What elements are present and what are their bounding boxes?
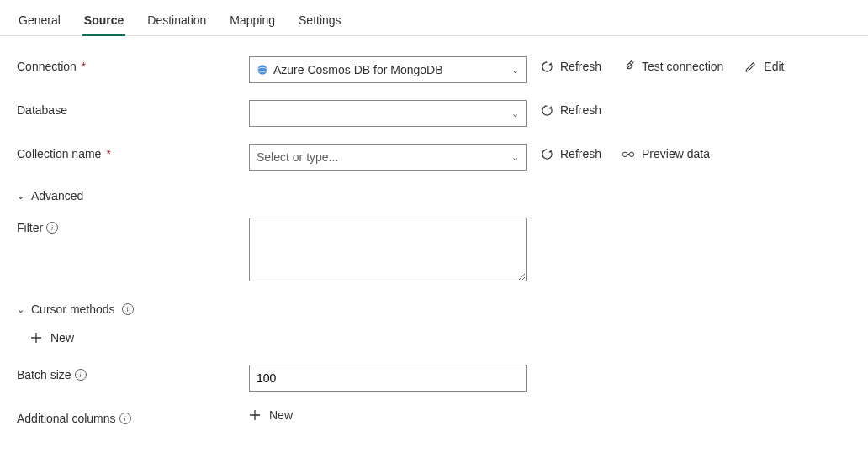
chevron-down-icon: ⌄ [511, 152, 519, 163]
collection-refresh-button[interactable]: Refresh [540, 147, 601, 160]
tab-general[interactable]: General [17, 10, 62, 35]
additional-columns-new-button[interactable]: New [249, 408, 527, 422]
plus-icon [249, 409, 261, 421]
refresh-label: Refresh [560, 103, 601, 117]
refresh-icon [540, 147, 553, 160]
info-icon[interactable]: i [119, 413, 131, 424]
database-select[interactable]: ⌄ [249, 100, 527, 127]
batch-size-label: Batch size [17, 368, 71, 381]
cosmosdb-icon [257, 64, 268, 76]
refresh-icon [540, 60, 553, 73]
chevron-down-icon: ⌄ [17, 191, 24, 202]
collection-name-select[interactable]: Select or type... ⌄ [249, 144, 527, 171]
tab-source[interactable]: Source [82, 10, 125, 35]
cursor-methods-label: Cursor methods [31, 302, 115, 316]
connection-select[interactable]: Azure Cosmos DB for MongoDB ⌄ [249, 56, 527, 83]
plus-icon [30, 332, 42, 344]
additional-columns-label: Additional columns [17, 412, 116, 425]
refresh-label: Refresh [560, 147, 601, 160]
filter-textarea[interactable] [249, 218, 527, 281]
cursor-methods-new-button[interactable]: New [30, 331, 851, 344]
filter-label: Filter [17, 221, 43, 234]
required-asterisk: * [82, 60, 86, 73]
plug-icon [622, 60, 635, 73]
new-label: New [50, 331, 74, 344]
pencil-icon [744, 60, 757, 73]
connection-value: Azure Cosmos DB for MongoDB [273, 63, 511, 76]
required-asterisk: * [106, 147, 110, 160]
advanced-label: Advanced [31, 189, 83, 202]
tab-mapping[interactable]: Mapping [228, 10, 277, 35]
svg-point-2 [622, 152, 627, 156]
new-label: New [269, 408, 293, 422]
advanced-toggle[interactable]: ⌄ Advanced [17, 187, 83, 204]
batch-size-input[interactable] [257, 365, 519, 391]
refresh-label: Refresh [560, 60, 601, 73]
source-form: Connection * Azure Cosmos DB for MongoDB… [0, 36, 868, 442]
cursor-methods-toggle[interactable]: ⌄ Cursor methods i [17, 301, 134, 318]
connection-label: Connection [17, 60, 77, 73]
edit-button[interactable]: Edit [744, 60, 784, 73]
info-icon[interactable]: i [75, 369, 87, 381]
edit-label: Edit [764, 60, 784, 73]
database-label: Database [17, 103, 67, 117]
tab-settings[interactable]: Settings [297, 10, 343, 35]
svg-point-3 [629, 152, 633, 156]
info-icon[interactable]: i [46, 222, 58, 234]
database-refresh-button[interactable]: Refresh [540, 103, 601, 117]
collection-name-label: Collection name [17, 147, 101, 160]
test-connection-label: Test connection [642, 60, 723, 73]
preview-data-label: Preview data [642, 147, 710, 160]
collection-placeholder: Select or type... [257, 150, 511, 164]
tab-destination[interactable]: Destination [146, 10, 208, 35]
test-connection-button[interactable]: Test connection [622, 60, 723, 73]
chevron-down-icon: ⌄ [511, 108, 519, 119]
info-icon[interactable]: i [122, 303, 134, 315]
refresh-icon [540, 103, 553, 117]
connection-refresh-button[interactable]: Refresh [540, 60, 601, 73]
svg-point-0 [257, 65, 267, 74]
tab-bar: General Source Destination Mapping Setti… [0, 0, 868, 36]
chevron-down-icon: ⌄ [511, 65, 519, 76]
chevron-down-icon: ⌄ [17, 304, 24, 315]
glasses-icon [622, 147, 635, 160]
preview-data-button[interactable]: Preview data [622, 147, 710, 160]
